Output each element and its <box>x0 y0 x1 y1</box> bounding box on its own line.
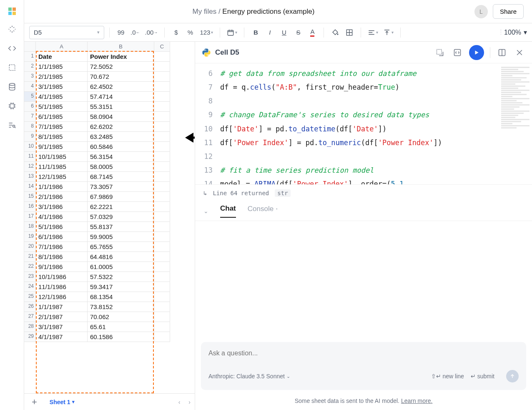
cell[interactable] <box>154 122 170 132</box>
select-icon[interactable] <box>7 63 17 73</box>
cell[interactable] <box>154 162 170 172</box>
cell[interactable]: 73.3057 <box>88 182 154 192</box>
app-logo-icon[interactable] <box>8 8 16 15</box>
row-header[interactable]: 25 <box>24 292 36 302</box>
row-header[interactable]: 16 <box>24 202 36 212</box>
bold-button[interactable]: B <box>249 26 262 39</box>
row-header[interactable]: 9 <box>24 132 36 142</box>
cell[interactable]: 5/1/1985 <box>36 102 88 112</box>
cell[interactable] <box>154 232 170 242</box>
cell[interactable]: 8/1/1985 <box>36 132 88 142</box>
cell[interactable]: 58.0904 <box>88 112 154 122</box>
cell[interactable] <box>154 312 170 322</box>
row-header[interactable]: 7 <box>24 112 36 122</box>
sheet-tab[interactable]: Sheet 1 ▾ <box>45 396 79 408</box>
cell[interactable] <box>154 202 170 212</box>
fill-color-button[interactable] <box>329 26 341 39</box>
cell[interactable]: 1/1/1986 <box>36 182 88 192</box>
code-icon[interactable] <box>7 43 17 53</box>
row-header[interactable]: 5 <box>24 92 36 102</box>
row-header[interactable]: 14 <box>24 182 36 192</box>
cell[interactable]: 1/1/1987 <box>36 302 88 312</box>
cell[interactable]: 65.61 <box>88 322 154 332</box>
cell[interactable]: 5/1/1986 <box>36 222 88 232</box>
chip-icon[interactable] <box>7 101 17 111</box>
row-header[interactable]: 11 <box>24 152 36 162</box>
cell[interactable]: 62.2221 <box>88 202 154 212</box>
cell[interactable]: 70.672 <box>88 72 154 82</box>
cell[interactable] <box>154 322 170 332</box>
decrease-decimal-button[interactable]: .0← <box>129 26 142 39</box>
cell[interactable] <box>154 132 170 142</box>
chevron-down-icon[interactable]: ⌄ <box>203 208 208 214</box>
row-header[interactable]: 18 <box>24 222 36 232</box>
run-button[interactable] <box>469 45 484 60</box>
cell[interactable] <box>154 262 170 272</box>
cell[interactable]: 11/1/1986 <box>36 282 88 292</box>
share-button[interactable]: Share <box>493 4 524 19</box>
cell[interactable] <box>154 302 170 312</box>
row-header[interactable]: 2 <box>24 62 36 72</box>
cell[interactable] <box>154 142 170 152</box>
cell[interactable]: 3/1/1986 <box>36 202 88 212</box>
send-button[interactable] <box>506 370 519 382</box>
underline-button[interactable]: U <box>278 26 290 39</box>
learn-more-link[interactable]: Learn more. <box>401 397 432 404</box>
cell[interactable] <box>154 112 170 122</box>
cell[interactable]: 7/1/1985 <box>36 122 88 132</box>
zoom-control[interactable]: ⦙ 100% ▾ <box>500 28 527 36</box>
percent-button[interactable]: % <box>184 26 196 39</box>
cell[interactable]: 62.4502 <box>88 82 154 92</box>
row-header[interactable]: 17 <box>24 212 36 222</box>
cell[interactable] <box>154 222 170 232</box>
row-header[interactable]: 21 <box>24 252 36 262</box>
row-header[interactable]: 3 <box>24 72 36 82</box>
cell[interactable]: 2/1/1985 <box>36 72 88 82</box>
cell[interactable]: 10/1/1985 <box>36 152 88 162</box>
row-header[interactable]: 29 <box>24 332 36 342</box>
cell[interactable]: 55.8137 <box>88 222 154 232</box>
cell[interactable]: 68.1354 <box>88 292 154 302</box>
cell[interactable]: 72.5052 <box>88 62 154 72</box>
cell[interactable]: 57.5322 <box>88 272 154 282</box>
precision-button[interactable]: 99 <box>115 26 127 39</box>
row-header[interactable]: 4 <box>24 82 36 92</box>
cell[interactable]: 68.7145 <box>88 172 154 182</box>
cell[interactable] <box>154 172 170 182</box>
row-header[interactable]: 6 <box>24 102 36 112</box>
cell[interactable]: 59.3417 <box>88 282 154 292</box>
search-list-icon[interactable] <box>7 120 17 130</box>
cell[interactable] <box>154 212 170 222</box>
cell[interactable]: 9/1/1985 <box>36 142 88 152</box>
tab-console[interactable]: Console · <box>248 205 278 217</box>
breadcrumb[interactable]: My files / Energy predictions (example) <box>33 8 474 16</box>
cell[interactable]: 4/1/1986 <box>36 212 88 222</box>
italic-button[interactable]: I <box>263 26 276 39</box>
cell[interactable] <box>154 292 170 302</box>
cell[interactable] <box>154 82 170 92</box>
cell[interactable]: 9/1/1986 <box>36 262 88 272</box>
breadcrumb-root[interactable]: My files <box>193 8 217 15</box>
row-header[interactable]: 26 <box>24 302 36 312</box>
cell[interactable]: 8/1/1986 <box>36 252 88 262</box>
number-format-button[interactable]: 123▾ <box>198 26 215 39</box>
model-selector[interactable]: Anthropic: Claude 3.5 Sonnet ⌄ <box>208 373 290 380</box>
column-header[interactable]: B <box>88 42 154 52</box>
minimap[interactable] <box>499 63 532 184</box>
grid[interactable]: ABC1DatePower Index21/1/198572.505232/1/… <box>24 42 195 342</box>
valign-button[interactable]: ▾ <box>381 26 395 39</box>
cell[interactable]: 7/1/1986 <box>36 242 88 252</box>
sheet-next-button[interactable]: › <box>188 399 191 405</box>
cell[interactable] <box>154 92 170 102</box>
sheet-prev-button[interactable]: ‹ <box>178 399 181 405</box>
cell[interactable]: 3/1/1987 <box>36 322 88 332</box>
date-format-button[interactable]: ▾ <box>225 26 239 39</box>
sparkle-icon[interactable] <box>7 24 17 34</box>
breadcrumb-doc[interactable]: Energy predictions (example) <box>222 8 314 15</box>
cell[interactable]: 12/1/1986 <box>36 292 88 302</box>
row-header[interactable]: 1 <box>24 52 36 62</box>
text-color-button[interactable]: A <box>306 26 319 39</box>
cell[interactable]: 57.0329 <box>88 212 154 222</box>
database-icon[interactable] <box>7 82 17 92</box>
cell[interactable] <box>154 272 170 282</box>
